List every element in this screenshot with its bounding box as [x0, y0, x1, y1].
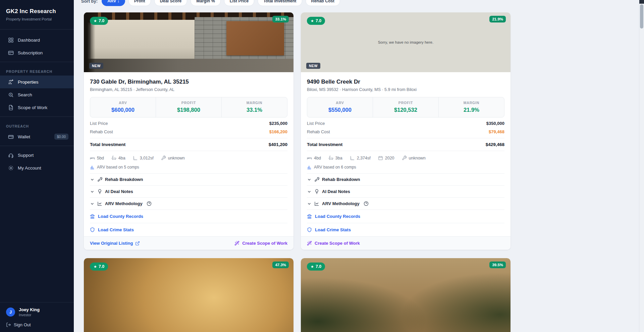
sidebar-item-my-account[interactable]: My Account: [0, 161, 74, 174]
bar-chart-icon: [307, 165, 312, 170]
calendar-icon: [378, 155, 383, 160]
sidebar-item-label: My Account: [18, 165, 41, 171]
card-body: 730 Gable Dr, Birmingham, AL 35215 Birmi…: [84, 72, 293, 250]
app-title: GK2 Inc Research: [6, 8, 68, 15]
beds-spec: 4bd: [307, 155, 321, 160]
sort-chip-deal-score[interactable]: Deal Score: [154, 0, 187, 6]
area-spec: 2,374sf: [350, 155, 371, 160]
view-original-listing-link[interactable]: View Original Listing: [90, 241, 140, 246]
stat-arv: ARV $600,000: [90, 97, 156, 117]
baths-spec: 4ba: [111, 155, 125, 160]
area-spec: 3,012sf: [133, 155, 154, 160]
sidebar-item-search[interactable]: $ Search: [0, 88, 74, 101]
sidebar-item-properties[interactable]: Properties: [0, 76, 74, 88]
ai-deal-notes-toggle[interactable]: AI Deal Notes: [90, 186, 287, 197]
photo-detail: [84, 59, 293, 72]
bank-icon: [307, 214, 312, 219]
rehab-cost-row: Rehab Cost $79,468: [307, 129, 504, 134]
bed-icon: [90, 155, 95, 160]
deal-score-badge: ★7.0: [307, 263, 325, 271]
sidebar-item-dashboard[interactable]: Dashboard: [0, 34, 74, 46]
property-photo[interactable]: ★7.0 47.3%: [84, 258, 293, 332]
sidebar: GK2 Inc Research Property Investment Por…: [0, 0, 74, 332]
property-card-partial: ★7.0 39.5%: [301, 258, 511, 332]
sign-out-label: Sign Out: [14, 322, 31, 327]
sidebar-nav: Dashboard Subscription PROPERTY RESEARCH…: [0, 32, 74, 176]
ai-deal-notes-toggle[interactable]: AI Deal Notes: [307, 186, 504, 197]
hammer-icon: [97, 177, 102, 182]
divider: [90, 138, 287, 138]
stat-margin: MARGIN 21.9%: [438, 97, 504, 117]
deal-score-badge: ★7.0: [307, 17, 325, 25]
comps-note: ARV based on 5 comps: [90, 165, 287, 170]
total-investment-row: Total Investment $429,468: [307, 142, 504, 147]
help-circle-icon[interactable]: [147, 201, 152, 206]
divider: [0, 29, 74, 30]
sidebar-item-label: Search: [18, 92, 32, 97]
user-name: Joey King: [19, 307, 40, 312]
avatar[interactable]: J: [6, 307, 15, 317]
chevron-down-icon: [90, 201, 95, 206]
load-crime-stats-button[interactable]: Load Crime Stats: [90, 223, 287, 236]
property-photo[interactable]: ★7.0 39.5%: [301, 258, 511, 332]
sidebar-item-label: Support: [18, 153, 34, 158]
create-scope-of-work-button[interactable]: Create Scope of Work: [234, 241, 287, 246]
lightbulb-icon: [97, 189, 102, 194]
brand: GK2 Inc Research Property Investment Por…: [0, 0, 74, 27]
rehab-breakdown-toggle[interactable]: Rehab Breakdown: [90, 174, 287, 185]
shield-icon: [307, 227, 312, 232]
margin-badge: 39.5%: [489, 262, 506, 268]
sidebar-item-subscription[interactable]: Subscription: [0, 46, 74, 59]
property-card: ★7.0 33.1% NEW 730 Gable Dr, Birmingham,…: [84, 12, 293, 250]
bath-icon: [328, 155, 333, 160]
card-body: 9490 Belle Creek Dr Biloxi, MS 39532 · H…: [301, 72, 511, 250]
load-county-records-button[interactable]: Load County Records: [307, 210, 504, 223]
svg-text:PDF: PDF: [10, 107, 13, 109]
external-link-icon: [135, 241, 140, 246]
sign-out-button[interactable]: Sign Out: [6, 322, 68, 327]
comps-note: ARV based on 6 comps: [307, 165, 504, 170]
arv-methodology-toggle[interactable]: ARV Methodology: [307, 198, 504, 209]
headset-icon: [8, 152, 14, 158]
sidebar-item-scope-of-work[interactable]: PDF Scope of Work: [0, 101, 74, 114]
load-crime-stats-button[interactable]: Load Crime Stats: [307, 223, 504, 236]
property-location: Biloxi, MS 39532 · Harrison County, MS ·…: [307, 87, 504, 92]
arv-methodology-toggle[interactable]: ARV Methodology: [90, 198, 287, 209]
scrollbar-thumb[interactable]: [640, 4, 643, 29]
gear-icon: [8, 165, 14, 171]
divider: [0, 146, 74, 146]
sort-by-label: Sort by:: [81, 0, 98, 4]
lightbulb-icon: [314, 189, 319, 194]
create-scope-of-work-button[interactable]: Create Scope of Work: [307, 241, 360, 246]
help-circle-icon[interactable]: [364, 201, 369, 206]
margin-badge: 33.1%: [272, 16, 289, 22]
margin-badge: 47.3%: [272, 262, 289, 268]
vertical-scrollbar[interactable]: [639, 0, 644, 332]
sidebar-item-support[interactable]: Support: [0, 149, 74, 161]
sort-chip-list-price[interactable]: List Price: [224, 0, 254, 6]
year-built-spec: 2020: [378, 155, 394, 160]
divider: [307, 138, 504, 138]
sort-chip-rehab-cost[interactable]: Rehab Cost: [306, 0, 340, 6]
magic-wand-icon: [307, 241, 312, 246]
rehab-breakdown-toggle[interactable]: Rehab Breakdown: [307, 174, 504, 185]
user-role: Investor: [19, 313, 40, 317]
divider: [307, 151, 504, 151]
load-county-records-button[interactable]: Load County Records: [90, 210, 287, 223]
sort-chip-margin[interactable]: Margin %: [191, 0, 221, 6]
star-icon: ★: [311, 265, 314, 269]
property-title: 730 Gable Dr, Birmingham, AL 35215: [90, 79, 287, 85]
new-badge: NEW: [89, 63, 103, 69]
main-content: Sort by: ARV ↓ Profit Deal Score Margin …: [74, 0, 644, 332]
svg-text:$: $: [10, 93, 11, 96]
sort-chip-total-investment[interactable]: Total Investment: [258, 0, 302, 6]
sidebar-item-wallet[interactable]: Wallet $0.00: [0, 130, 74, 143]
property-photo[interactable]: ★7.0 33.1% NEW: [84, 12, 293, 72]
sort-chip-arv[interactable]: ARV ↓: [102, 0, 125, 6]
deal-score-badge: ★7.0: [90, 263, 108, 271]
property-photo-placeholder[interactable]: Sorry, we have no imagery here. ★7.0 21.…: [301, 12, 511, 72]
wallet-balance-badge: $0.00: [54, 134, 68, 140]
sort-chip-profit[interactable]: Profit: [128, 0, 151, 6]
deal-score-badge: ★7.0: [90, 17, 108, 25]
property-card-partial: ★7.0 47.3%: [84, 258, 293, 332]
